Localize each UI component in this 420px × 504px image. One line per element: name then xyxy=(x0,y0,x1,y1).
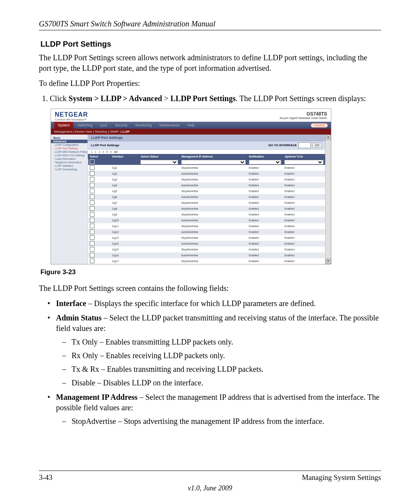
row-checkbox[interactable] xyxy=(90,183,94,187)
cell-notif: Enabled xyxy=(247,171,283,177)
row-checkbox[interactable] xyxy=(90,235,94,240)
sidebar-neighbors-info[interactable]: Neighbors Information xyxy=(51,161,88,164)
cell-admin xyxy=(139,252,180,258)
panel-title: LLDP Port Settings xyxy=(88,135,325,141)
select-all[interactable] xyxy=(90,159,94,164)
filter-mip[interactable] xyxy=(181,160,246,164)
page-2[interactable]: 2 xyxy=(95,150,96,153)
cell-tlv: Enabled xyxy=(283,235,325,241)
sidebar-lldp-overloading[interactable]: LLDP Overloading xyxy=(51,168,88,171)
goto-input[interactable] xyxy=(298,142,311,148)
row-checkbox[interactable] xyxy=(90,224,94,228)
row-checkbox[interactable] xyxy=(90,194,94,199)
nav-switching[interactable]: Switching xyxy=(74,122,96,129)
step1-gt: > xyxy=(162,94,170,103)
page-all[interactable]: All xyxy=(114,150,117,153)
sidebar-lldp-config[interactable]: LLDP Configuration xyxy=(51,143,88,147)
cell-interface: 1/g2 xyxy=(110,171,139,177)
col-interface: Interface xyxy=(110,154,139,159)
cell-tlv: Enabled xyxy=(283,182,325,188)
sidebar-lldp-stats[interactable]: LLDP Statistics xyxy=(51,164,88,168)
cell-admin xyxy=(139,223,180,229)
cell-mip: AutoAdvertise xyxy=(180,171,247,177)
row-checkbox[interactable] xyxy=(90,247,94,252)
subnav-lldp[interactable]: LLDP xyxy=(122,130,130,133)
cell-mip: AutoAdvertise xyxy=(180,182,247,188)
col-notification: Notification xyxy=(247,154,283,159)
lead-in: To define LLDP Port Properties: xyxy=(39,78,381,89)
table-row: 1/g1StopAdvertiseEnabledEnabled xyxy=(88,165,325,171)
table-row: 1/g7StopAdvertiseEnabledEnabled xyxy=(88,200,325,206)
step1-prefix: Click xyxy=(50,94,68,103)
sidebar-advanced[interactable]: Advanced xyxy=(51,140,88,143)
cell-admin xyxy=(139,247,180,252)
filter-notif[interactable] xyxy=(249,160,282,164)
cell-mip: StopAdvertise xyxy=(180,165,247,171)
nav-security[interactable]: Security xyxy=(111,122,132,129)
go-button[interactable]: GO xyxy=(312,143,322,148)
sidebar-lldp-med-policy[interactable]: LLDP-MED Network Policy xyxy=(51,150,88,154)
cell-mip: StopAdvertise xyxy=(180,235,247,241)
row-checkbox[interactable] xyxy=(90,259,94,263)
cell-notif: Enabled xyxy=(247,223,283,229)
logout-button[interactable]: LOGOUT xyxy=(311,123,328,128)
row-checkbox[interactable] xyxy=(90,229,94,234)
cell-mip: StopAdvertise xyxy=(180,200,247,206)
row-checkbox[interactable] xyxy=(90,241,94,246)
sidebar-lldp-port-settings[interactable]: LLDP Port Settings xyxy=(51,147,88,150)
sidebar-basic[interactable]: Basic xyxy=(51,136,88,140)
row-checkbox[interactable] xyxy=(90,177,94,182)
page-6[interactable]: 6 xyxy=(110,150,112,153)
row-checkbox[interactable] xyxy=(90,189,94,193)
cell-tlv: Enabled xyxy=(283,258,325,264)
subnav-stacking[interactable]: Stacking xyxy=(95,130,107,133)
cell-mip: AutoAdvertise xyxy=(180,206,247,212)
cell-interface: 1/g16 xyxy=(110,252,139,258)
scrollbar[interactable]: ▴ ▾ xyxy=(325,135,331,264)
nav-maintenance[interactable]: Maintenance xyxy=(156,122,184,129)
cell-notif: Enabled xyxy=(247,188,283,194)
nav-monitoring[interactable]: Monitoring xyxy=(131,122,156,129)
row-checkbox[interactable] xyxy=(90,165,94,170)
nav-qos[interactable]: QoS xyxy=(96,122,111,129)
cell-notif: Enabled xyxy=(247,229,283,235)
cell-interface: 1/g11 xyxy=(110,223,139,229)
row-checkbox[interactable] xyxy=(90,200,94,205)
admin-opt-txrx: Tx & Rx – Enables transmitting and recei… xyxy=(72,364,381,374)
cell-mip: StopAdvertise xyxy=(180,223,247,229)
cell-admin xyxy=(139,171,180,177)
filter-admin[interactable] xyxy=(140,160,178,164)
row-checkbox[interactable] xyxy=(90,253,94,257)
subnav-management[interactable]: Management xyxy=(54,130,72,133)
cell-admin xyxy=(139,212,180,217)
cell-tlv: Enabled xyxy=(283,177,325,182)
row-checkbox[interactable] xyxy=(90,206,94,211)
page-1[interactable]: 1 xyxy=(91,150,93,153)
cell-tlv: Enabled xyxy=(283,252,325,258)
sidebar-local-info[interactable]: Local Information xyxy=(51,157,88,161)
cell-tlv: Enabled xyxy=(283,212,325,217)
page-4[interactable]: 4 xyxy=(103,150,104,153)
step1-target: LLDP Port Settings xyxy=(170,94,236,103)
cell-admin xyxy=(139,206,180,212)
filter-tlv[interactable] xyxy=(284,160,323,164)
cell-interface: 1/g8 xyxy=(110,206,139,212)
scroll-down-icon[interactable]: ▾ xyxy=(326,259,331,264)
nav-system[interactable]: System xyxy=(54,122,74,129)
row-checkbox[interactable] xyxy=(90,171,94,176)
cell-mip: AutoAdvertise xyxy=(180,217,247,223)
row-checkbox[interactable] xyxy=(90,212,94,217)
cell-interface: 1/g6 xyxy=(110,194,139,200)
scroll-up-icon[interactable]: ▴ xyxy=(326,135,331,140)
admin-opt-disable: Disable – Disables LLDP on the interface… xyxy=(72,378,381,388)
page-5[interactable]: 5 xyxy=(106,150,108,153)
subnav-device-view[interactable]: Device View xyxy=(75,130,92,133)
row-checkbox[interactable] xyxy=(90,218,94,222)
subnav-snmp[interactable]: SNMP xyxy=(110,130,119,133)
page-3[interactable]: 3 xyxy=(99,150,100,153)
step1-path: System > LLDP > Advanced xyxy=(68,94,162,103)
table-row: 1/g2AutoAdvertiseEnabledEnabled xyxy=(88,171,325,177)
sidebar-lldp-med-port[interactable]: LLDP-MED Port Settings xyxy=(51,154,88,157)
col-optional-tlvs: Optional TLVs xyxy=(283,154,325,159)
nav-help[interactable]: Help xyxy=(184,122,199,129)
